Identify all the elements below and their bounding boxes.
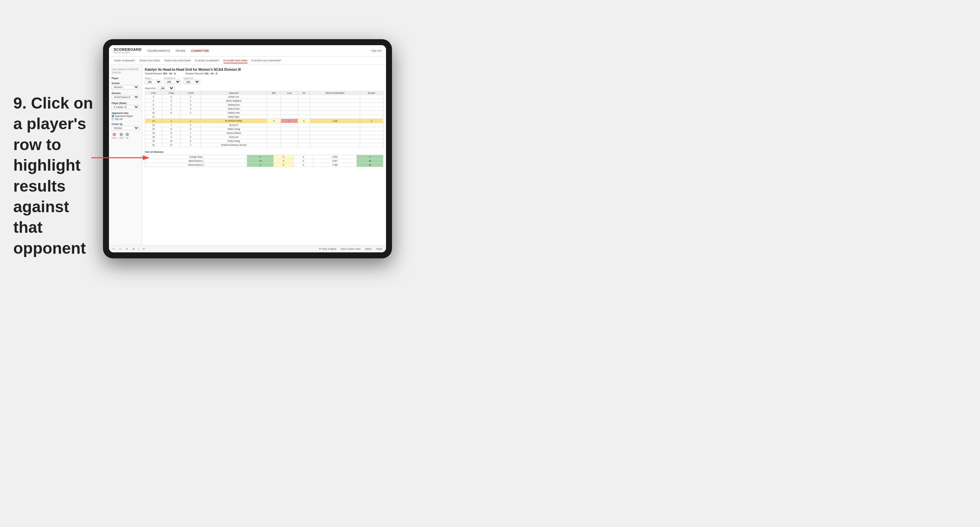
filters-row: Region (All) Conference (All) Opponent	[145, 77, 383, 84]
toolbar-watch[interactable]: Watch	[364, 248, 373, 251]
sub-nav-player-h2h-grid[interactable]: PLAYER H2H GRID	[224, 59, 248, 63]
toolbar-refresh[interactable]: ⟳	[142, 248, 146, 251]
top-nav: SCOREBOARD Powered by clippd TOURNAMENTS…	[109, 45, 386, 56]
table-row[interactable]: 1474Eunice Yi	[145, 123, 383, 127]
col-rounds: Rounds	[360, 91, 383, 95]
ood-row[interactable]: NCAA Division 25007.40010	[145, 163, 383, 167]
sidebar-radio-group: Opponents Played Top 100	[111, 115, 139, 120]
toolbar-save-custom-view[interactable]: Save Custom View	[340, 248, 361, 251]
sidebar-player-label: Player	[111, 77, 139, 79]
sign-out-area: | Sign out	[370, 49, 381, 52]
radio-top-100[interactable]: Top 100	[111, 118, 139, 120]
col-loss: Loss	[281, 91, 298, 95]
toolbar-undo[interactable]: ↩	[111, 248, 116, 251]
nav-teams[interactable]: TEAMS	[175, 49, 186, 53]
table-row[interactable]: 11Haejo Hyun	[145, 115, 383, 119]
sidebar: Last Updated: 27/03/2024 16:55:28 Player…	[109, 65, 142, 245]
annotation-text: 9. Click on a player's row to highlight …	[13, 93, 100, 259]
filter-conference-select[interactable]: (All)	[164, 80, 181, 84]
table-row[interactable]: 341Esther Lee	[145, 95, 383, 99]
table-row[interactable]: 914Sharon Mun	[145, 107, 383, 111]
sidebar-colour-label: Colour by	[111, 123, 139, 125]
h2h-table: # Div # Reg # Conf Opponent Win Loss Tie…	[145, 91, 383, 147]
grid-title: Katelyn Vo Head-to-Head Grid for Women's…	[145, 68, 383, 71]
sub-nav-team-h2h-heatmap[interactable]: TEAM H2H HEATMAP	[164, 59, 191, 63]
sidebar-gender-label: Gender	[111, 82, 139, 84]
ood-table: Foreign Team1004.5002NAIA Division 11500…	[145, 155, 383, 167]
table-row[interactable]: 1063Andrea York	[145, 111, 383, 115]
table-row[interactable]: 1691Jessica Mason	[145, 131, 383, 135]
table-row[interactable]: 613Sydney Kuo	[145, 103, 383, 107]
tablet-screen: SCOREBOARD Powered by clippd TOURNAMENTS…	[109, 45, 386, 252]
toolbar-copy[interactable]: ⊞	[132, 248, 135, 251]
toolbar-forward[interactable]: ⟳	[125, 248, 129, 251]
sub-nav-team-h2h-grid[interactable]: TEAM H2H GRID	[139, 59, 160, 63]
sidebar-timestamp: Last Updated: 27/03/2024 16:55:28	[111, 68, 139, 75]
colour-dot-down	[113, 133, 116, 136]
content-area: Katelyn Vo Head-to-Head Grid for Women's…	[142, 65, 386, 245]
sidebar-gender-section: Gender Women's	[111, 82, 139, 89]
sidebar-opponent-view-label: Opponent view	[111, 112, 139, 114]
sidebar-colour-section: Colour by Win/loss	[111, 123, 139, 130]
col-div: # Div	[145, 91, 162, 95]
logo-area: SCOREBOARD Powered by clippd	[114, 48, 142, 54]
sign-out-link[interactable]: Sign out	[372, 49, 381, 52]
toolbar-share[interactable]: Share	[375, 248, 383, 251]
table-row[interactable]: 1311▶ Jessica Huang010-3.002	[145, 119, 383, 123]
sidebar-division-section: Division NCAA Division III	[111, 92, 139, 99]
nav-links: TOURNAMENTS TEAMS COMMITTEE	[147, 49, 369, 53]
sub-nav-player-summary[interactable]: PLAYER SUMMARY	[195, 59, 220, 63]
opponents-filter-select[interactable]: (All)	[158, 86, 174, 90]
nav-tournaments[interactable]: TOURNAMENTS	[147, 49, 170, 53]
col-diff: Diff Av Strokes/Rnd	[310, 91, 360, 95]
filter-region-select[interactable]: (All)	[145, 80, 161, 84]
sidebar-player-section: Player	[111, 77, 139, 79]
sidebar-player-rank-label: Player (Rank)	[111, 102, 139, 104]
sidebar-opponent-view-section: Opponent view Opponents Played Top 100	[111, 112, 139, 120]
col-tie: Tie	[298, 91, 310, 95]
sidebar-player-rank-select[interactable]: 8. Katelyn Vo	[111, 105, 139, 109]
sidebar-player-rank-section: Player (Rank) 8. Katelyn Vo	[111, 102, 139, 109]
overall-record: Overall Record: 353 - 34 - 6	[145, 72, 176, 75]
filter-opponent: Opponent (All)	[183, 77, 200, 84]
sub-nav-player-h2h-heatmap[interactable]: PLAYER H2H HEATMAP	[251, 59, 282, 63]
colour-label-level: Level	[119, 137, 123, 139]
col-reg: # Reg	[162, 91, 180, 95]
main-content: Last Updated: 27/03/2024 16:55:28 Player…	[109, 65, 386, 245]
colour-dot-level	[119, 133, 123, 136]
bottom-toolbar: ↩ ↪ ⟳ ⊞ | ⟳ 👁 View: Original Save Custom…	[109, 245, 386, 252]
opponents-filter-row: Opponents: (All)	[145, 86, 383, 90]
toolbar-redo[interactable]: ↪	[118, 248, 122, 251]
colour-indicators: Down Level Up	[111, 133, 139, 139]
table-row[interactable]: 1585Stella Chang	[145, 127, 383, 131]
colour-dot-up	[126, 133, 129, 136]
tablet-frame: SCOREBOARD Powered by clippd TOURNAMENTS…	[103, 39, 392, 258]
ood-row[interactable]: Foreign Team1004.5002	[145, 155, 383, 159]
colour-label-down: Down	[111, 137, 117, 139]
sidebar-gender-select[interactable]: Women's	[111, 85, 139, 89]
table-row[interactable]: 522Alexis Sudjianto	[145, 99, 383, 103]
colour-label-up: Up	[126, 137, 129, 139]
table-row[interactable]: 19106Emily Chang	[145, 139, 383, 143]
col-opponent: Opponent	[200, 91, 267, 95]
ood-row[interactable]: NAIA Division 115009.26730	[145, 159, 383, 163]
filter-region: Region (All)	[145, 77, 161, 84]
table-row[interactable]: 20117Federica Domecq Lacroze	[145, 143, 383, 147]
logo-text: SCOREBOARD	[114, 48, 142, 51]
sub-nav-team-summary[interactable]: TEAM SUMMARY	[114, 59, 135, 63]
table-row[interactable]: 1822Euna Lee	[145, 135, 383, 139]
toolbar-view-original[interactable]: 👁 View: Original	[318, 248, 337, 251]
out-of-division-label: Out of division	[145, 151, 383, 153]
nav-committee[interactable]: COMMITTEE	[191, 49, 209, 53]
logo-sub: Powered by clippd	[114, 51, 142, 54]
sub-nav: TEAM SUMMARY TEAM H2H GRID TEAM H2H HEAT…	[109, 56, 386, 65]
sidebar-colour-select[interactable]: Win/loss	[111, 126, 139, 130]
col-win: Win	[267, 91, 281, 95]
records-row: Overall Record: 353 - 34 - 6 Division Re…	[145, 72, 383, 75]
radio-opponents-played[interactable]: Opponents Played	[111, 115, 139, 117]
filter-conference: Conference (All)	[164, 77, 181, 84]
division-record: Division Record: 331 - 34 - 6	[186, 72, 217, 75]
sidebar-division-select[interactable]: NCAA Division III	[111, 95, 139, 99]
sidebar-division-label: Division	[111, 92, 139, 94]
filter-opponent-select[interactable]: (All)	[183, 80, 200, 84]
